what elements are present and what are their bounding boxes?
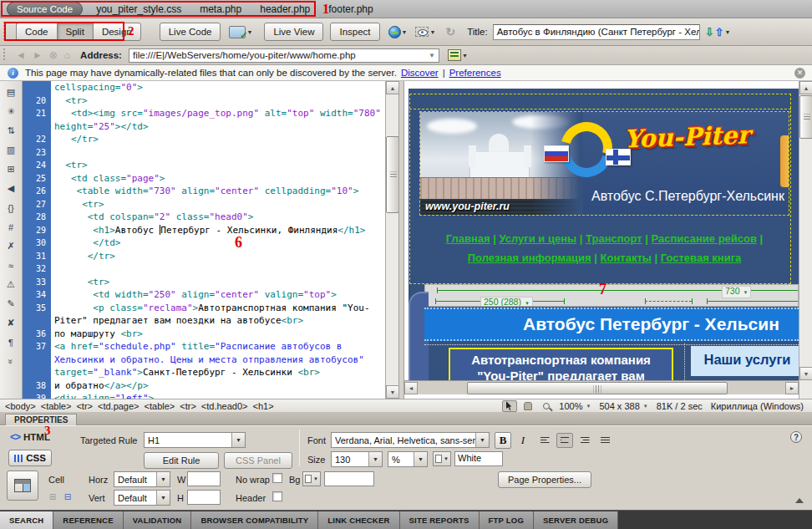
collapse-selection-icon[interactable]: ▥ bbox=[3, 143, 19, 157]
code-line[interactable]: 21 <td><img src="images/page_top.png" al… bbox=[23, 107, 385, 133]
apply-comment-icon[interactable]: ✎ bbox=[3, 297, 19, 311]
related-file-tab[interactable]: footer.php bbox=[328, 3, 373, 15]
menu-link[interactable]: Расписание рейсов bbox=[652, 232, 757, 245]
menu-link[interactable]: Гостевая книга bbox=[661, 252, 742, 264]
visual-aids-icon[interactable]: ▼ bbox=[415, 27, 435, 37]
live-view-button[interactable]: Live View bbox=[264, 23, 323, 41]
cell-width-input[interactable] bbox=[187, 471, 221, 486]
line-numbers-icon[interactable]: # bbox=[3, 220, 19, 234]
hand-tool-icon[interactable] bbox=[520, 400, 535, 412]
syntax-error-alerts-icon[interactable]: ⚠ bbox=[3, 277, 19, 292]
related-file-tab[interactable]: header.php bbox=[260, 3, 310, 15]
tag-selector-item[interactable]: <h1> bbox=[253, 401, 274, 411]
menu-link[interactable]: Контакты bbox=[601, 252, 652, 264]
font-select[interactable]: Verdana, Arial, Helvetica, sans-serif bbox=[331, 432, 490, 448]
scroll-down-icon[interactable]: ▼ bbox=[386, 385, 399, 399]
edit-rule-button[interactable]: Edit Rule bbox=[144, 452, 219, 469]
align-justify-button[interactable] bbox=[596, 433, 613, 448]
cell-height-input[interactable] bbox=[187, 490, 221, 505]
results-tab-ftp-log[interactable]: FTP LOG bbox=[480, 511, 534, 529]
preview-in-browser-icon[interactable]: ▼ bbox=[388, 26, 408, 38]
check-browser-compatibility-icon[interactable]: ▼ bbox=[229, 26, 252, 38]
format-source-icon[interactable]: ¶ bbox=[3, 335, 19, 349]
code-line[interactable]: 25 <td class="page"> bbox=[23, 172, 385, 186]
put-file-icon[interactable]: ⇧ bbox=[715, 26, 724, 38]
menu-link[interactable]: Транспорт bbox=[586, 232, 642, 245]
column-width-menu[interactable]: 250 (288) ▼ bbox=[480, 297, 533, 307]
scroll-left-icon[interactable]: ◄ bbox=[404, 382, 418, 394]
scroll-up-icon[interactable]: ▲ bbox=[386, 81, 399, 94]
code-view-button[interactable]: Code bbox=[16, 23, 57, 41]
menu-link[interactable]: Услуги и цены bbox=[500, 232, 577, 245]
address-input[interactable]: file:///E|/WebServers/home/you-piter/www… bbox=[129, 48, 439, 63]
tag-selector-item[interactable]: <table> bbox=[41, 401, 72, 411]
collapse-panel-icon[interactable] bbox=[795, 498, 804, 503]
results-tab-search[interactable]: SEARCH bbox=[0, 511, 53, 529]
table-width-menu[interactable]: 730 ▼ bbox=[722, 286, 751, 298]
align-center-button[interactable] bbox=[556, 433, 573, 448]
select-parent-tag-icon[interactable]: ◀ bbox=[3, 181, 19, 196]
addr-bar-grip[interactable] bbox=[2, 48, 8, 62]
code-line[interactable]: 28 <td colspan="2" class="head0"> bbox=[23, 211, 385, 224]
remove-comment-icon[interactable]: ✘ bbox=[3, 316, 19, 330]
scroll-up-icon[interactable]: ▲ bbox=[799, 81, 812, 94]
code-line[interactable]: 35 <p class="reclama">Автотранспортная к… bbox=[23, 302, 385, 328]
results-tab-reference[interactable]: REFERENCE bbox=[53, 511, 123, 529]
back-icon[interactable]: ◄ bbox=[16, 49, 26, 61]
word-wrap-icon[interactable]: ≈ bbox=[3, 258, 19, 272]
design-horizontal-scrollbar[interactable]: ◄ ► bbox=[404, 380, 799, 394]
tag-selector-item[interactable]: <table> bbox=[145, 401, 175, 411]
expand-all-icon[interactable]: ⊞ bbox=[3, 162, 19, 176]
preferences-link[interactable]: Preferences bbox=[449, 68, 501, 78]
window-size-select[interactable]: 504 x 388▼ bbox=[599, 401, 647, 411]
magnification-select[interactable]: 100%▼ bbox=[559, 401, 591, 411]
design-page[interactable]: You-Piter Автобус С.Петербург-Хельсинк w… bbox=[409, 89, 799, 380]
services-heading-block[interactable]: Наши услуги bbox=[691, 346, 799, 376]
code-pane[interactable]: cellspacing="0">20 <tr>21 <td><img src="… bbox=[23, 81, 385, 399]
close-info-bar-icon[interactable]: ✕ bbox=[794, 68, 805, 79]
related-file-tab[interactable]: meta.php bbox=[200, 3, 241, 15]
tag-selector-item[interactable]: <tr> bbox=[76, 401, 93, 411]
view-options-dropdown-icon[interactable]: ▼ bbox=[462, 53, 468, 58]
code-line[interactable]: 34 <td width="250" align="center" valign… bbox=[23, 288, 385, 302]
help-icon[interactable]: ? bbox=[790, 431, 802, 443]
code-line[interactable]: 36по маршруту <br> bbox=[23, 328, 385, 341]
code-line[interactable]: cellspacing="0"> bbox=[23, 81, 385, 94]
align-left-button[interactable] bbox=[536, 433, 553, 448]
vert-select[interactable]: Default bbox=[114, 490, 170, 506]
home-icon[interactable]: ⌂ bbox=[64, 49, 70, 61]
code-navigator-icon[interactable]: ✳ bbox=[3, 104, 19, 119]
code-line[interactable]: 31 </tr> bbox=[23, 250, 385, 263]
results-tab-validation[interactable]: VALIDATION bbox=[124, 511, 192, 529]
size-select[interactable]: 130 bbox=[331, 451, 383, 467]
header-checkbox[interactable] bbox=[272, 491, 282, 501]
design-pane[interactable]: You-Piter Автобус С.Петербург-Хельсинк w… bbox=[404, 81, 799, 399]
split-cell-icon[interactable]: ⊟ bbox=[62, 491, 74, 501]
live-code-button[interactable]: Live Code bbox=[160, 23, 221, 41]
document-title-input[interactable]: Автобус в Финляндию (Санкт Петербург - Х… bbox=[493, 24, 700, 40]
zoom-tool-icon[interactable] bbox=[539, 400, 554, 412]
scroll-down-icon[interactable]: ▼ bbox=[799, 367, 812, 380]
html-mode-button[interactable]: <>HTML bbox=[10, 431, 50, 443]
design-hscroll-thumb[interactable] bbox=[467, 382, 728, 394]
properties-tab[interactable]: PROPERTIES bbox=[5, 414, 77, 425]
design-vertical-scrollbar[interactable]: ▲ ▼ bbox=[799, 81, 812, 399]
related-file-tab[interactable]: you_piter_style.css bbox=[96, 3, 181, 15]
bg-color-field[interactable] bbox=[324, 471, 374, 486]
horz-select[interactable]: Default bbox=[114, 471, 170, 487]
code-line[interactable]: 24 <tr> bbox=[23, 159, 385, 172]
no-wrap-checkbox[interactable] bbox=[272, 473, 282, 483]
menu-link[interactable]: Полезная информация bbox=[468, 252, 591, 264]
balance-braces-icon[interactable]: {} bbox=[3, 201, 19, 215]
results-tab-link-checker[interactable]: LINK CHECKER bbox=[318, 511, 399, 529]
targeted-rule-select[interactable]: H1 bbox=[144, 432, 246, 448]
code-line[interactable]: 33 <tr> bbox=[23, 276, 385, 289]
stop-icon[interactable]: ⊗ bbox=[49, 49, 58, 61]
select-tool-icon[interactable] bbox=[502, 400, 517, 412]
forward-icon[interactable]: ► bbox=[33, 49, 43, 61]
inspect-button[interactable]: Inspect bbox=[330, 23, 379, 41]
bg-color-swatch[interactable]: ▼ bbox=[302, 471, 321, 486]
css-mode-button[interactable]: CSS bbox=[8, 450, 52, 466]
split-divider[interactable] bbox=[398, 81, 404, 399]
tag-selector-item[interactable]: <td.page> bbox=[98, 401, 140, 411]
